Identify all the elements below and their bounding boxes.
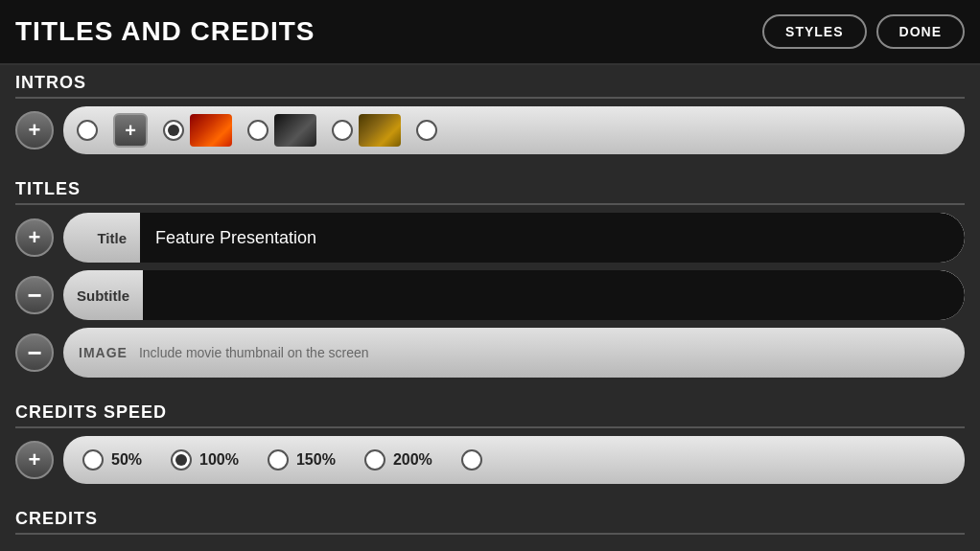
credits-section: CREDITS (0, 501, 980, 551)
subtitle-field-row: − Subtitle (15, 270, 965, 320)
speed-option-150[interactable]: 150% (268, 449, 336, 471)
credits-speed-section: CREDITS SPEED + 50% 100% 150% (0, 395, 980, 501)
radio-200[interactable] (364, 449, 385, 471)
add-intro-button[interactable]: + (15, 111, 54, 149)
credits-speed-title: CREDITS SPEED (15, 402, 167, 423)
thumbnail-movie2 (274, 114, 316, 147)
add-credits-speed-button[interactable]: + (15, 441, 54, 479)
credits-speed-row: + 50% 100% 150% (15, 436, 965, 484)
intros-section: INTROS + + (0, 65, 980, 172)
titles-header: TITLES (15, 179, 965, 205)
radio-150[interactable] (268, 449, 289, 471)
radio-movie3[interactable] (332, 120, 353, 141)
header-buttons: STYLES DONE (762, 14, 965, 49)
remove-subtitle-button[interactable]: − (15, 276, 54, 314)
done-button[interactable]: DONE (876, 14, 965, 49)
thumbnail-movie1 (190, 114, 232, 147)
intros-header: INTROS (15, 73, 965, 99)
image-label: IMAGE (79, 345, 128, 360)
intros-row: + + (15, 106, 965, 154)
speed-label-50: 50% (111, 451, 142, 469)
intro-option-blank[interactable] (77, 120, 98, 141)
subtitle-label: Subtitle (63, 287, 143, 304)
radio-blank[interactable] (77, 120, 98, 141)
image-field-row: − IMAGE Include movie thumbnail on the s… (15, 328, 965, 378)
intro-option-2[interactable] (247, 114, 316, 147)
image-strip[interactable]: IMAGE Include movie thumbnail on the scr… (63, 328, 965, 378)
titles-section: TITLES + Title − Subtitle − IMAGE Includ… (0, 172, 980, 395)
title-input[interactable] (140, 213, 965, 263)
remove-image-button[interactable]: − (15, 333, 54, 372)
main-content: INTROS + + (0, 65, 980, 551)
intro-option-3[interactable] (332, 114, 401, 147)
speed-option-100[interactable]: 100% (171, 449, 239, 471)
speed-option-200[interactable]: 200% (364, 449, 432, 471)
intro-option-1[interactable] (163, 114, 232, 147)
radio-movie1[interactable] (163, 120, 184, 141)
radio-100[interactable] (171, 449, 192, 471)
title-field-strip: Title (63, 213, 965, 263)
credits-speed-header: CREDITS SPEED (15, 402, 965, 428)
intro-thumbnail-strip: + (63, 106, 965, 154)
title-label: Title (63, 230, 140, 246)
radio-50[interactable] (82, 449, 104, 471)
speed-label-100: 100% (199, 451, 239, 469)
intros-title: INTROS (15, 73, 86, 93)
speed-label-200: 200% (393, 451, 432, 469)
speed-label-150: 150% (296, 451, 336, 469)
subtitle-input[interactable] (143, 270, 965, 320)
strip-end (416, 120, 437, 141)
credits-header: CREDITS (15, 509, 965, 535)
intro-add-thumbnail[interactable]: + (113, 113, 148, 148)
radio-movie2[interactable] (247, 120, 268, 141)
title-field-row: + Title (15, 213, 965, 263)
speed-option-50[interactable]: 50% (82, 449, 142, 471)
subtitle-field-strip: Subtitle (63, 270, 965, 320)
speed-strip-end (461, 449, 482, 471)
styles-button[interactable]: STYLES (762, 14, 866, 49)
add-title-button[interactable]: + (15, 218, 54, 257)
credits-title: CREDITS (15, 509, 98, 529)
titles-title: TITLES (15, 179, 81, 199)
thumbnail-movie3 (359, 114, 401, 147)
header: TITLES AND CREDITS STYLES DONE (0, 0, 980, 65)
page-title: TITLES AND CREDITS (15, 16, 315, 47)
image-hint: Include movie thumbnail on the screen (139, 345, 369, 360)
speed-strip: 50% 100% 150% 200% (63, 436, 965, 484)
